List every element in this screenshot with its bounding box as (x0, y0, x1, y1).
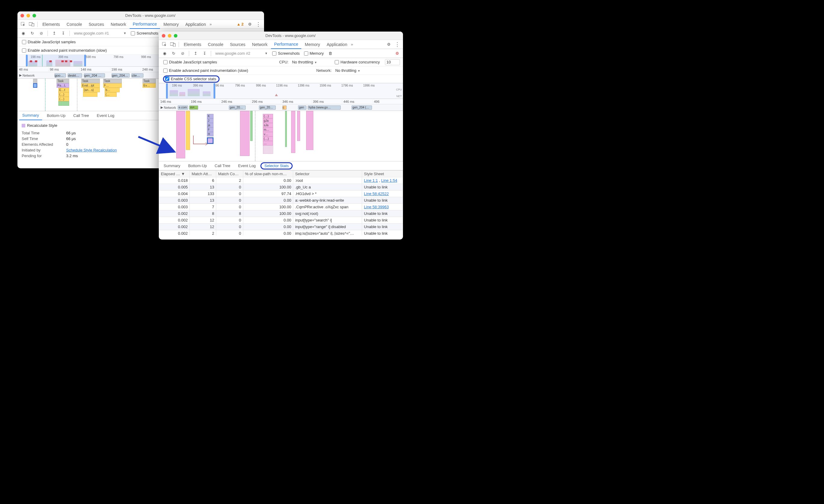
flame-ruler[interactable]: 146 ms196 ms246 ms296 ms 346 ms396 ms446… (159, 99, 403, 104)
device-toggle-icon[interactable] (28, 21, 35, 28)
tab-network[interactable]: Network (249, 40, 270, 49)
device-toggle-icon[interactable] (169, 41, 177, 48)
col-elapsed[interactable]: Elapsed … ▼ (159, 171, 190, 177)
close-icon[interactable] (162, 34, 166, 37)
tab-performance[interactable]: Performance (130, 20, 160, 29)
tab-application[interactable]: Application (182, 20, 209, 29)
zoom-icon[interactable] (32, 14, 36, 17)
screenshots-checkbox[interactable]: Screenshots (271, 51, 301, 55)
cpu-throttle-select[interactable]: No throttling (292, 60, 317, 64)
table-row[interactable]: 0.00370100.00.CqmPRe:active .oXqZxc span… (159, 204, 403, 210)
tab-selector-stats[interactable]: Selector Stats (261, 162, 293, 169)
reload-icon[interactable]: ↻ (28, 30, 36, 37)
recording-select[interactable]: www.google.com #1▼ (72, 31, 128, 35)
tab-console[interactable]: Console (205, 40, 226, 49)
selector-stats-table[interactable]: Elapsed … ▼ Match Att… Match Co… % of sl… (159, 170, 403, 235)
disable-js-checkbox[interactable]: Disable JavaScript samples (162, 60, 219, 64)
tab-performance[interactable]: Performance (271, 40, 301, 49)
kebab-menu-icon[interactable]: ⋮ (254, 21, 262, 28)
net-seg[interactable]: gen_204 … (84, 73, 105, 78)
tab-call-tree[interactable]: Call Tree (212, 161, 233, 170)
gear-icon[interactable]: ⚙ (385, 41, 393, 48)
tab-event-log[interactable]: Event Log (235, 161, 259, 170)
tab-sources[interactable]: Sources (86, 20, 107, 29)
clear-icon[interactable]: ⊘ (37, 30, 45, 37)
flame-chart[interactable]: K J ja F H (…) gJa sJa m… v… (…) … (159, 111, 403, 161)
more-tabs-icon[interactable]: » (210, 22, 212, 26)
table-row[interactable]: 0.018620.00:rootLine 1:1 , Line 1:54 (159, 177, 403, 184)
titlebar[interactable]: DevTools - www.google.com/ (17, 11, 264, 20)
inspect-icon[interactable] (19, 21, 27, 28)
tab-bottom-up[interactable]: Bottom-Up (44, 111, 69, 120)
initiated-by-link[interactable]: Schedule Style Recalculation (66, 148, 117, 152)
ov-tick: 996 ms (255, 84, 266, 87)
tab-sources[interactable]: Sources (227, 40, 248, 49)
network-track[interactable]: ▶ Network e.com m=… gen_20… gen_20… c ge… (159, 104, 403, 111)
upload-icon[interactable]: ↥ (50, 30, 58, 37)
tab-memory[interactable]: Memory (161, 20, 182, 29)
col-selector[interactable]: Selector (293, 171, 362, 177)
net-seg[interactable]: goo… (55, 73, 66, 78)
download-icon[interactable]: ↧ (201, 50, 208, 57)
reload-icon[interactable]: ↻ (170, 50, 178, 57)
close-icon[interactable] (20, 14, 24, 17)
network-throttle-select[interactable]: No throttling (335, 68, 360, 73)
tab-event-log[interactable]: Event Log (94, 111, 118, 120)
zoom-icon[interactable] (174, 34, 178, 37)
capture-settings-icon[interactable]: ⚙ (393, 50, 401, 57)
col-match-count[interactable]: Match Co… (216, 171, 243, 177)
kebab-menu-icon[interactable]: ⋮ (393, 41, 401, 48)
tab-summary[interactable]: Summary (19, 111, 42, 120)
table-row[interactable]: 0.005130100.00.gb_Uc aUnable to link (159, 184, 403, 191)
download-icon[interactable]: ↧ (59, 30, 67, 37)
minimize-icon[interactable] (26, 14, 30, 17)
tab-network[interactable]: Network (108, 20, 129, 29)
hw-concurrency-checkbox[interactable]: Hardware concurrency (333, 60, 381, 64)
tab-call-tree[interactable]: Call Tree (70, 111, 92, 120)
col-match-attempts[interactable]: Match Att… (190, 171, 216, 177)
record-icon[interactable]: ◉ (161, 50, 169, 57)
table-row[interactable]: 0.004133097.74.HG1dvd > *Line 58:42522 (159, 191, 403, 197)
titlebar[interactable]: DevTools - www.google.com/ (159, 31, 403, 40)
hw-concurrency-input[interactable]: 10 (385, 59, 400, 65)
tab-elements[interactable]: Elements (181, 40, 204, 49)
recording-select[interactable]: www.google.com #2▼ (213, 51, 270, 55)
selection-handle[interactable] (213, 83, 215, 99)
adv-paint-checkbox[interactable]: Enable advanced paint instrumentation (s… (162, 68, 249, 73)
screenshots-checkbox[interactable]: Screenshots (129, 31, 160, 35)
record-icon[interactable]: ◉ (19, 30, 27, 37)
net-seg[interactable]: gen_204… (112, 73, 130, 78)
inspect-icon[interactable] (161, 41, 169, 48)
table-row[interactable]: 0.002200.00img:is([sizes="auto" i], [siz… (159, 230, 403, 236)
css-selector-stats-checkbox[interactable]: Enable CSS selector stats (165, 77, 216, 81)
tab-console[interactable]: Console (64, 20, 85, 29)
stylesheet-link[interactable]: Line 1:1 (364, 178, 378, 183)
stylesheet-link[interactable]: Line 1:54 (381, 178, 397, 183)
tab-elements[interactable]: Elements (39, 20, 63, 29)
tab-memory[interactable]: Memory (302, 40, 323, 49)
warnings-badge[interactable]: ▲ 2 (235, 22, 245, 26)
adv-paint-checkbox[interactable]: Enable advanced paint instrumentation (s… (20, 48, 108, 52)
memory-checkbox[interactable]: Memory (303, 51, 325, 55)
table-row[interactable]: 0.0031300.00a:-webkit-any-link:read-writ… (159, 197, 403, 204)
upload-icon[interactable]: ↥ (192, 50, 199, 57)
table-row[interactable]: 0.0021200.00input[type="range" i]:disabl… (159, 224, 403, 230)
col-style-sheet[interactable]: Style Sheet (362, 171, 403, 177)
tab-summary[interactable]: Summary (161, 161, 184, 170)
tab-application[interactable]: Application (324, 40, 350, 49)
net-seg[interactable]: deskt… (68, 73, 82, 78)
timeline-overview[interactable]: 196 ms 396 ms 596 ms 796 ms 996 ms 1196 … (159, 83, 403, 99)
gear-icon[interactable]: ⚙ (246, 21, 254, 28)
more-tabs-icon[interactable]: » (351, 42, 353, 46)
clear-icon[interactable]: ⊘ (179, 50, 187, 57)
minimize-icon[interactable] (168, 34, 172, 37)
stylesheet-link[interactable]: Line 58:42522 (364, 192, 389, 196)
table-row[interactable]: 0.0021200.00input[type="search" i]Unable… (159, 217, 403, 224)
trash-icon[interactable]: 🗑 (326, 50, 334, 57)
col-slow-path[interactable]: % of slow-path non-m… (243, 171, 293, 177)
net-seg[interactable]: clie… (131, 73, 143, 78)
table-row[interactable]: 0.00288100.00svg:not(:root)Unable to lin… (159, 210, 403, 217)
disable-js-checkbox[interactable]: Disable JavaScript samples (20, 40, 77, 44)
stylesheet-link[interactable]: Line 58:39963 (364, 205, 389, 209)
tab-bottom-up[interactable]: Bottom-Up (185, 161, 210, 170)
